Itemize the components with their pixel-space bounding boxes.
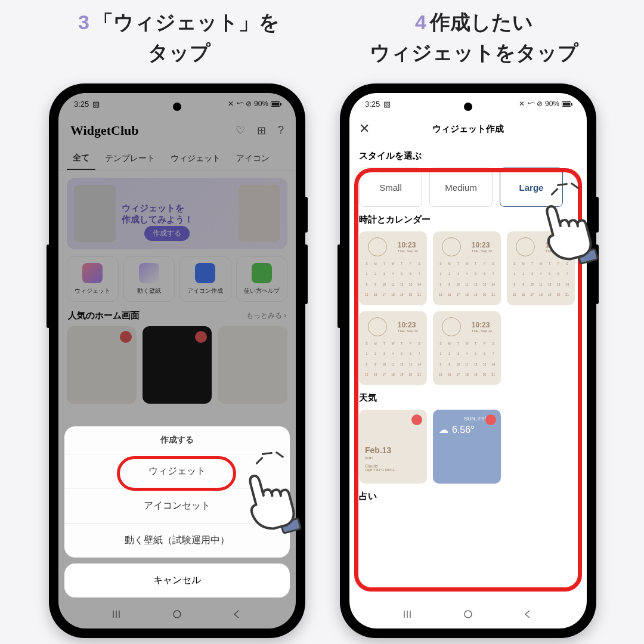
- style-label: スタイルを選ぶ: [359, 150, 577, 162]
- sheet-option-widget[interactable]: ウィジェット: [64, 454, 290, 489]
- image-icon: ▧: [383, 100, 391, 109]
- system-nav-bar: [349, 600, 587, 628]
- step-number: 4: [415, 11, 426, 33]
- section-fortune: 占い: [359, 491, 577, 502]
- no-signal-icon: ⊘: [537, 100, 543, 108]
- mute-icon: ✕: [519, 100, 525, 108]
- badge-icon: [411, 414, 422, 425]
- size-selector: Small Medium Large: [359, 168, 577, 207]
- page-title: ウィジェット作成: [359, 123, 577, 135]
- widget-template[interactable]: 10:23TUE, Sep.12 SMTWTFS1234567891011121…: [433, 311, 501, 385]
- step-4-header: 4作成したい ウィジェットをタップ: [337, 7, 611, 68]
- widget-template[interactable]: Feb.13 sun Clouds High:7.83°C Min:1...: [359, 410, 427, 484]
- section-weather: 天気: [359, 392, 577, 404]
- home-icon[interactable]: [462, 608, 474, 620]
- size-small-button[interactable]: Small: [359, 168, 422, 207]
- action-sheet: 作成する ウィジェット アイコンセット 動く壁紙（試験運用中） キャンセル: [64, 426, 290, 597]
- clock-widget-grid: 10:23TUE, Sep.12 SMTWTFS1234567891011121…: [359, 231, 577, 385]
- cloud-icon: ☁: [439, 424, 448, 435]
- widget-template[interactable]: 10:23TUE, Sep.12 SMTWTFS1234567891011121…: [507, 231, 575, 305]
- section-clock-calendar: 時計とカレンダー: [359, 214, 577, 225]
- svg-point-2: [465, 611, 472, 618]
- widget-template[interactable]: 10:23TUE, Sep.12 SMTWTFS1234567891011121…: [359, 311, 427, 385]
- weather-widget-row: Feb.13 sun Clouds High:7.83°C Min:1... S…: [359, 410, 577, 484]
- back-icon[interactable]: [521, 608, 533, 620]
- sheet-option-wallpaper[interactable]: 動く壁紙（試験運用中）: [64, 524, 290, 558]
- badge-icon: [485, 414, 496, 425]
- phone-frame-left: 3:25 ▧ ✕ ⬿ ⊘ 90% WidgetClub ♡ ⊞ ? 全て テンプ…: [49, 83, 305, 638]
- sheet-title: 作成する: [64, 426, 290, 454]
- widget-template[interactable]: 10:23TUE, Sep.12 SMTWTFS1234567891011121…: [359, 231, 427, 305]
- battery-icon: [562, 101, 571, 107]
- phone-frame-right: 3:25 ▧ ✕ ⬿ ⊘ 90% ✕ ウィジェット作成 スタイルを選ぶ Smal…: [340, 83, 596, 638]
- status-time: 3:25: [365, 100, 380, 109]
- close-icon[interactable]: ✕: [359, 121, 370, 137]
- battery-percent: 90%: [545, 100, 559, 108]
- size-medium-button[interactable]: Medium: [429, 168, 493, 207]
- widget-template[interactable]: SUN, Feb.13 ☁ 6.56°: [433, 410, 501, 484]
- widget-template[interactable]: 10:23TUE, Sep.12 SMTWTFS1234567891011121…: [433, 231, 501, 305]
- sheet-option-iconset[interactable]: アイコンセット: [64, 489, 290, 524]
- wifi-icon: ⬿: [527, 100, 534, 108]
- create-header: ✕ ウィジェット作成: [349, 114, 587, 143]
- step-3-header: 3「ウィジェット」を タップ: [54, 7, 304, 68]
- size-large-button[interactable]: Large: [500, 168, 563, 207]
- step-number: 3: [78, 11, 89, 33]
- sheet-cancel-button[interactable]: キャンセル: [64, 564, 290, 597]
- recents-icon[interactable]: [403, 608, 415, 620]
